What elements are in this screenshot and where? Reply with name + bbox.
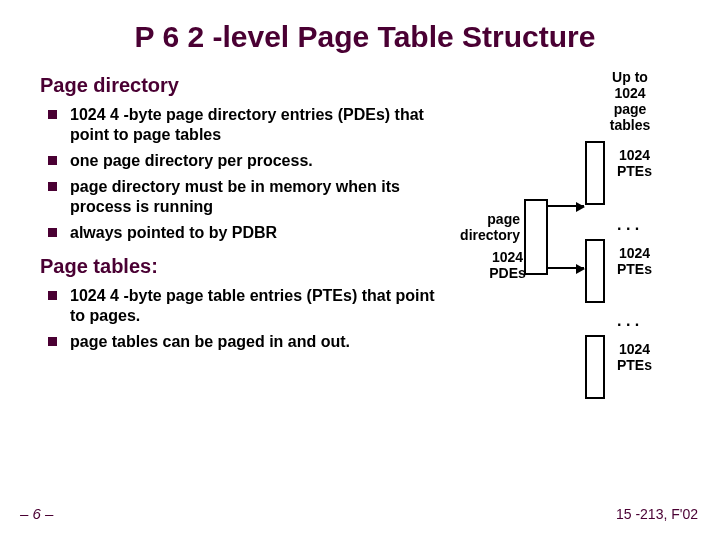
pdes-label: 1024 PDEs (485, 249, 530, 281)
bullet-list: 1024 4 -byte page table entries (PTEs) t… (40, 286, 440, 352)
bullet-item: 1024 4 -byte page table entries (PTEs) t… (70, 286, 440, 326)
section-heading: Page directory (40, 74, 440, 97)
arrow-icon (548, 267, 584, 269)
ptes-label: 1024 PTEs (612, 147, 657, 179)
bullet-item: always pointed to by PDBR (70, 223, 440, 243)
diagram-column: Up to 1024 page tables 1024 PTEs . . . p… (450, 69, 690, 409)
ptes-label: 1024 PTEs (612, 245, 657, 277)
slide-number: – 6 – (20, 505, 53, 522)
page-table-box (585, 335, 605, 399)
page-directory-label: page directory (450, 211, 520, 243)
page-table-box (585, 141, 605, 205)
slide-title: P 6 2 -level Page Table Structure (40, 20, 690, 54)
diagram-label-top: Up to 1024 page tables (600, 69, 660, 133)
arrow-icon (548, 205, 584, 207)
section-heading: Page tables: (40, 255, 440, 278)
text-column: Page directory 1024 4 -byte page directo… (40, 69, 440, 409)
content-area: Page directory 1024 4 -byte page directo… (40, 69, 690, 409)
bullet-item: page directory must be in memory when it… (70, 177, 440, 217)
bullet-item: 1024 4 -byte page directory entries (PDE… (70, 105, 440, 145)
ptes-label: 1024 PTEs (612, 341, 657, 373)
ellipsis-icon: . . . (617, 312, 639, 330)
bullet-item: one page directory per process. (70, 151, 440, 171)
bullet-item: page tables can be paged in and out. (70, 332, 440, 352)
page-table-box (585, 239, 605, 303)
ellipsis-icon: . . . (617, 216, 639, 234)
page-table-diagram: Up to 1024 page tables 1024 PTEs . . . p… (450, 69, 680, 409)
course-footer: 15 -213, F'02 (616, 506, 698, 522)
bullet-list: 1024 4 -byte page directory entries (PDE… (40, 105, 440, 243)
